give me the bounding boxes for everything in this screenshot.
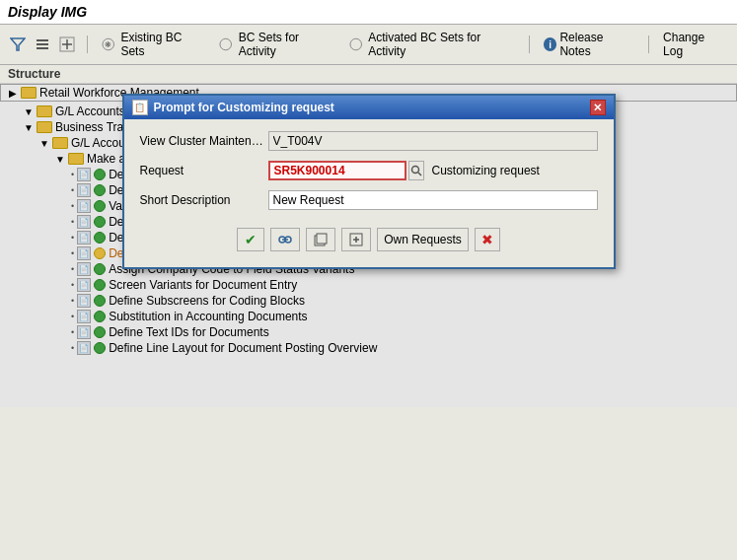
existing-bc-sets-link[interactable]: ❋ Existing BC Sets: [98, 29, 209, 60]
dialog-title-icon: 📋: [132, 100, 148, 115]
dialog-overlay: 📋 Prompt for Customizing request ✕ View …: [0, 84, 737, 407]
release-notes-link[interactable]: i Release Notes: [540, 29, 638, 60]
svg-point-9: [220, 38, 232, 50]
title-bar: Display IMG: [0, 0, 737, 25]
svg-line-12: [418, 173, 421, 175]
filter-icon[interactable]: [8, 35, 27, 54]
svg-point-11: [411, 167, 418, 174]
svg-text:❋: ❋: [105, 40, 111, 49]
bc-sets-activity-link[interactable]: BC Sets for Activity: [215, 29, 338, 60]
change-log-link[interactable]: Change Log: [659, 29, 729, 60]
request-search-button[interactable]: [408, 161, 424, 180]
svg-rect-17: [317, 234, 327, 244]
view-cluster-input[interactable]: [268, 131, 598, 151]
main-content: ▶ Retail Workforce Management 📋 Prompt f…: [0, 84, 737, 407]
new-button[interactable]: [341, 228, 371, 251]
short-desc-input[interactable]: [268, 190, 598, 210]
dialog-titlebar: 📋 Prompt for Customizing request ✕: [124, 96, 614, 119]
ok-button[interactable]: ✔: [237, 228, 264, 251]
dialog-close-button[interactable]: ✕: [590, 100, 606, 115]
svg-point-10: [350, 38, 362, 50]
request-type-label: Customizing request: [432, 164, 540, 177]
xmark-icon: ✖: [481, 232, 493, 247]
request-label: Request: [140, 164, 268, 177]
request-row: Request Customizing request: [140, 161, 598, 180]
separator-3: [648, 35, 649, 53]
separator-2: [529, 35, 530, 53]
page-title: Display IMG: [8, 4, 87, 20]
separator-1: [87, 35, 88, 53]
view-cluster-row: View Cluster Mainten…: [140, 131, 598, 151]
dialog-titlebar-left: 📋 Prompt for Customizing request: [132, 100, 334, 115]
checkmark-icon: ✔: [245, 232, 257, 247]
settings-icon[interactable]: [33, 35, 51, 54]
copy-button[interactable]: [306, 228, 335, 251]
own-requests-button[interactable]: Own Requests: [377, 228, 469, 251]
dialog-body: View Cluster Mainten… Request Customizin…: [124, 119, 614, 267]
svg-marker-0: [11, 38, 25, 50]
request-input[interactable]: [268, 161, 406, 180]
structure-label: Structure: [0, 65, 737, 84]
activated-bc-sets-link[interactable]: Activated BC Sets for Activity: [345, 29, 519, 60]
view-cluster-label: View Cluster Mainten…: [140, 134, 268, 148]
info-icon: i: [544, 37, 556, 51]
svg-rect-1: [37, 39, 48, 41]
short-desc-label: Short Description: [140, 193, 268, 207]
dialog-buttons: ✔: [140, 220, 598, 255]
link-button[interactable]: [270, 228, 300, 251]
toolbar: ❋ Existing BC Sets BC Sets for Activity …: [0, 25, 737, 65]
short-desc-row: Short Description: [140, 190, 598, 210]
cancel-button[interactable]: ✖: [475, 228, 500, 251]
expand-icon[interactable]: [58, 35, 77, 54]
dialog-title: Prompt for Customizing request: [154, 101, 334, 114]
svg-rect-2: [37, 43, 48, 45]
svg-rect-3: [37, 47, 48, 49]
customizing-request-dialog: 📋 Prompt for Customizing request ✕ View …: [122, 94, 616, 269]
